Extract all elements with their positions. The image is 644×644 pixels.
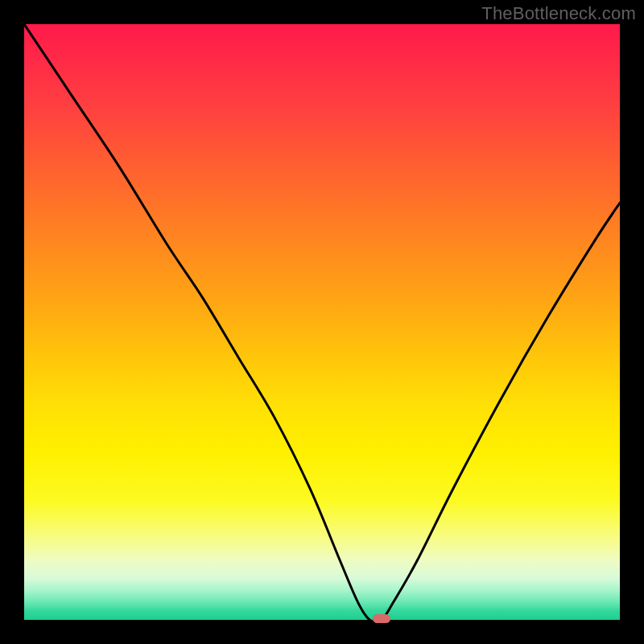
chart-frame: TheBottleneck.com xyxy=(0,0,644,644)
bottleneck-curve xyxy=(24,24,620,620)
optimal-point-marker xyxy=(373,614,390,623)
curve-path xyxy=(24,24,620,620)
plot-area xyxy=(24,24,620,620)
watermark-text: TheBottleneck.com xyxy=(481,3,636,24)
